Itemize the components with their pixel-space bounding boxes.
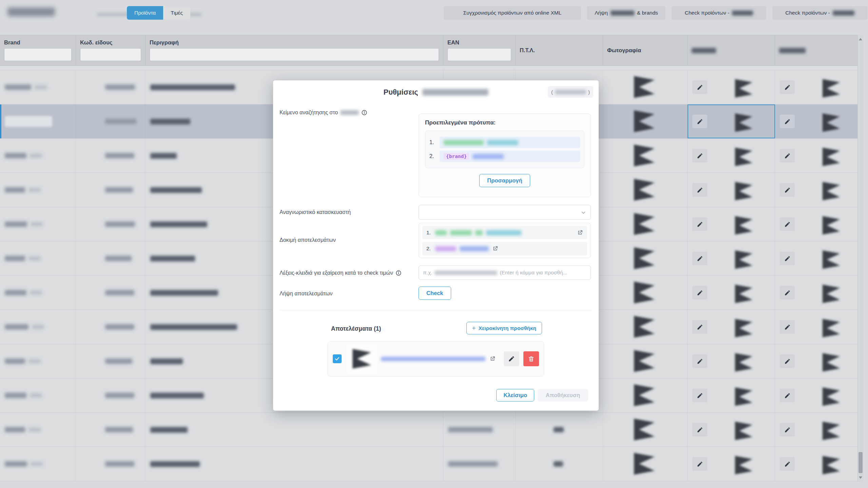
manual-add-button[interactable]: + Χειροκίνητη προσθήκη [466,322,542,334]
brand-token: {brand} [444,153,469,160]
default-templates-panel: Προεπιλεγμένα πρότυπα: 1. 2. {brand} Προ… [419,114,591,197]
manual-add-label: Χειροκίνητη προσθήκη [479,325,536,331]
settings-modal: Ρυθμίσεις ( ) Κείμενο αναζήτησης στο Προ… [273,80,599,411]
external-link-icon[interactable] [489,356,496,362]
redacted-image [347,345,376,373]
close-button[interactable]: Κλείσιμο [496,389,534,402]
fetch-results-label-text: Λήψη αποτελεσμάτων [279,291,333,297]
keywords-input[interactable]: π.χ. (Enter ή κόμμα για προσθή... [419,266,591,280]
placeholder-prefix: π.χ. [423,270,432,276]
modal-badge: ( ) [548,86,593,98]
info-icon[interactable] [361,110,367,116]
redacted-token [472,154,504,159]
result-edit-button[interactable] [504,351,519,366]
result-thumbnail [346,344,377,374]
template-1-number: 1. [429,139,436,145]
redacted-token [444,140,484,145]
results-title: Αποτελέσματα (1) [331,325,381,332]
badge-close-paren: ) [588,89,590,95]
trash-icon [528,355,535,362]
test-results-box: 1. 2. [419,223,591,258]
template-2-number: 2. [429,153,436,159]
search-text-label: Κείμενο αναζήτησης στο [279,110,367,116]
redacted-token [435,246,456,251]
fetch-results-label: Λήψη αποτελεσμάτων [279,291,333,297]
divider [280,310,592,310]
result-link-redacted[interactable] [381,357,485,361]
test-results-label-text: Δοκιμή αποτελεσμάτων [279,237,336,243]
redacted-placeholder [435,271,497,275]
check-button[interactable]: Check [419,287,451,300]
test-result-2: 2. [422,242,587,255]
placeholder-suffix: (Enter ή κόμμα για προσθή... [500,270,567,276]
redacted-text [340,110,359,115]
test-results-label: Δοκιμή αποτελεσμάτων [279,237,336,243]
template-1-value [440,137,580,148]
test-2-number: 2. [426,246,432,252]
save-button[interactable]: Αποθήκευση [538,389,588,402]
redacted-token [475,230,483,235]
check-icon [334,356,340,362]
redacted-token [435,230,447,235]
redacted-token [487,140,518,145]
modal-title-text: Ρυθμίσεις [384,88,418,97]
redacted-product-name [422,89,488,96]
redacted-token [460,246,489,251]
external-link-icon[interactable] [577,230,583,236]
customize-button[interactable]: Προσαρμογή [479,174,530,187]
info-icon[interactable] [396,270,402,276]
redacted-token [486,230,521,235]
result-item [328,341,544,376]
template-item-1: 1. [429,137,580,148]
exclude-keywords-label-text: Λέξεις-κλειδιά για εξαίρεση κατά το chec… [279,270,393,276]
result-checkbox[interactable] [333,354,342,363]
plus-icon: + [472,325,476,331]
external-link-icon[interactable] [492,246,498,252]
search-text-label-text: Κείμενο αναζήτησης στο [279,110,338,116]
test-result-1: 1. [422,226,587,239]
manufacturer-id-label-text: Αναγνωριστικό κατασκευαστή [279,209,351,215]
redacted-token [450,230,472,235]
template-2-value: {brand} [440,151,580,162]
template-item-2: 2. {brand} [429,151,580,162]
manufacturer-id-select[interactable] [419,205,591,220]
templates-panel-title: Προεπιλεγμένα πρότυπα: [425,119,584,126]
chevron-down-icon [580,210,586,216]
exclude-keywords-label: Λέξεις-κλειδιά για εξαίρεση κατά το chec… [279,270,402,276]
pencil-icon [508,355,515,362]
redacted-text [555,90,586,94]
templates-list: 1. 2. {brand} [425,131,584,168]
manufacturer-id-label: Αναγνωριστικό κατασκευαστή [279,209,351,215]
test-1-number: 1. [426,230,432,236]
badge-open-paren: ( [551,89,553,95]
result-delete-button[interactable] [523,351,539,366]
